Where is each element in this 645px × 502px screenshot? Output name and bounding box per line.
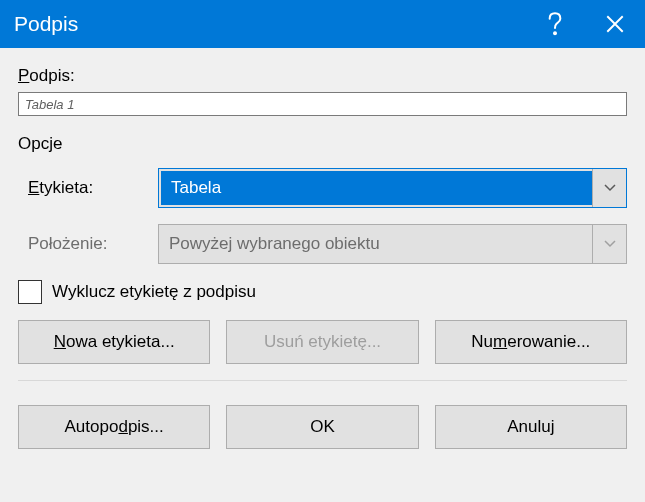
ok-button[interactable]: OK [226, 405, 418, 449]
delete-label-button: Usuń etykietę... [226, 320, 418, 364]
new-label-button[interactable]: Nowa etykieta... [18, 320, 210, 364]
polozenie-combo: Powyżej wybranego obiektu [158, 224, 627, 264]
exclude-checkbox[interactable] [18, 280, 42, 304]
close-button[interactable] [585, 0, 645, 48]
titlebar: Podpis [0, 0, 645, 48]
exclude-checkbox-row[interactable]: Wyklucz etykietę z podpisu [18, 280, 627, 304]
polozenie-label: Położenie: [28, 234, 158, 254]
autocaption-button[interactable]: Autopodpis... [18, 405, 210, 449]
chevron-down-icon [592, 225, 626, 263]
exclude-checkbox-label: Wyklucz etykietę z podpisu [52, 282, 256, 302]
etykieta-value: Tabela [161, 171, 592, 205]
etykieta-label: Etykieta: [28, 178, 158, 198]
separator [18, 380, 627, 381]
caption-label: Podpis: [18, 66, 627, 86]
cancel-button[interactable]: Anuluj [435, 405, 627, 449]
dialog-title: Podpis [14, 12, 525, 36]
numbering-button[interactable]: Numerowanie... [435, 320, 627, 364]
caption-input[interactable] [18, 92, 627, 116]
help-button[interactable] [525, 0, 585, 48]
etykieta-combo[interactable]: Tabela [158, 168, 627, 208]
svg-point-0 [554, 32, 557, 35]
dialog-body: Podpis: Opcje Etykieta: Tabela Położenie… [0, 48, 645, 502]
polozenie-value: Powyżej wybranego obiektu [159, 225, 592, 263]
chevron-down-icon [592, 169, 626, 207]
options-group-label: Opcje [18, 134, 627, 154]
